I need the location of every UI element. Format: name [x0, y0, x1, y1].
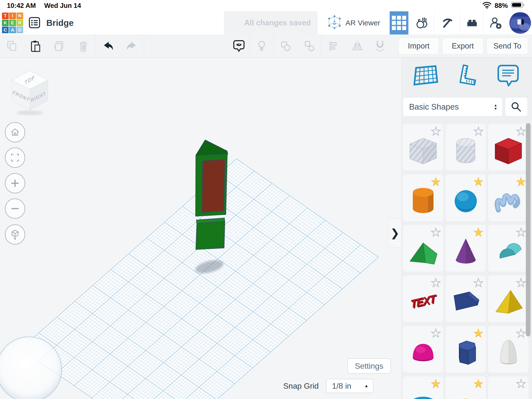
- snap-grid-value: 1/8 in: [332, 382, 351, 391]
- dropdown-arrows-icon: ▲▼: [494, 104, 497, 110]
- shape-thumb-paraboloid: [490, 333, 527, 370]
- snap-grid-dropdown[interactable]: 1/8 in ▲: [326, 379, 373, 393]
- shapes-grid-view-button[interactable]: [390, 11, 408, 34]
- shape-thumb-heart: [490, 383, 527, 399]
- hand-apple-icon: [415, 17, 428, 29]
- tinkercad-app: 10:42 AM Wed Jun 14 88% T I N K E R: [0, 0, 532, 399]
- user-avatar[interactable]: [508, 11, 532, 34]
- shape-thumb-scribble: [490, 181, 527, 218]
- shape-tile-hex-prism[interactable]: ★: [446, 326, 486, 373]
- search-icon: [511, 101, 522, 113]
- copy-button[interactable]: [0, 34, 25, 57]
- align-button[interactable]: [321, 34, 346, 57]
- shape-tile-half-sphere[interactable]: ★: [403, 326, 443, 373]
- export-button[interactable]: Export: [442, 38, 483, 54]
- design-menu-icon[interactable]: [28, 16, 41, 29]
- paste-button[interactable]: [25, 34, 46, 57]
- shape-tile-pyramid[interactable]: ★: [488, 275, 529, 322]
- shape-thumb-red-box: [490, 131, 527, 168]
- settings-button[interactable]: Settings: [347, 358, 391, 374]
- shape-thumb-torus: [405, 383, 442, 399]
- shape-thumb-pyramid: [490, 282, 527, 319]
- clock: 10:42 AM: [7, 2, 36, 10]
- ruler-icon: [454, 64, 479, 87]
- panel-collapse-handle[interactable]: ❯: [388, 218, 401, 248]
- lights-button[interactable]: [249, 34, 273, 57]
- category-value: Basic Shapes: [409, 102, 459, 112]
- battery-icon: [511, 1, 525, 10]
- add-person-icon: [489, 17, 502, 29]
- wifi-icon: [482, 1, 492, 10]
- show-all-button[interactable]: [229, 34, 249, 57]
- shape-thumb-purple-cone: [447, 232, 484, 269]
- blocks-mode-button[interactable]: [434, 11, 460, 34]
- shape-tile-orange-cylinder[interactable]: ★: [403, 174, 443, 221]
- shape-tile-round-roof[interactable]: ★: [488, 225, 529, 272]
- tinkercad-logo[interactable]: T I N K E R C A D: [2, 13, 23, 33]
- mirror-button[interactable]: [346, 34, 369, 57]
- grid-icon: [392, 16, 406, 30]
- fit-view-button[interactable]: [5, 148, 25, 168]
- shape-tile-scribble[interactable]: ★: [488, 174, 529, 221]
- shape-tile-transparent-box[interactable]: ★: [403, 124, 443, 171]
- shape-thumb-transparent-cylinder: [447, 131, 484, 168]
- ar-viewer-label: AR Viewer: [345, 19, 380, 27]
- ios-status-bar: 10:42 AM Wed Jun 14 88%: [0, 0, 532, 11]
- shape-tile-purple-cone[interactable]: ★: [446, 225, 486, 272]
- import-button[interactable]: Import: [399, 38, 439, 54]
- shape-search-button[interactable]: [505, 97, 528, 116]
- shape-library-grid: ★ ★ ★: [403, 124, 529, 399]
- zoom-in-button[interactable]: [5, 173, 25, 193]
- ar-viewer-button[interactable]: AR Viewer: [317, 11, 390, 34]
- group-button[interactable]: [274, 34, 297, 57]
- shape-tile-paraboloid[interactable]: ★: [488, 326, 529, 373]
- 3d-viewport[interactable]: TOP FRONT RIGHT: [0, 58, 401, 399]
- home-view-button[interactable]: [5, 122, 25, 142]
- collaborate-button[interactable]: [483, 11, 508, 34]
- shape-thumb-orange-cylinder: [405, 181, 442, 218]
- shape-thumb-hex-prism: [447, 333, 484, 370]
- shape-tile-torus[interactable]: ★: [403, 376, 443, 399]
- battery-percent: 88%: [495, 2, 508, 10]
- snap-grid-control: Snap Grid 1/8 in ▲: [283, 379, 373, 393]
- workplane-tool-button[interactable]: [412, 63, 439, 88]
- divider: [144, 34, 144, 57]
- ungroup-button[interactable]: [297, 34, 321, 57]
- shape-thumb-tube: [447, 383, 484, 399]
- design-object-bridge-tower[interactable]: [190, 137, 232, 275]
- delete-button[interactable]: [71, 34, 95, 57]
- sim-lab-button[interactable]: [408, 11, 434, 34]
- duplicate-button[interactable]: [46, 34, 71, 57]
- shape-thumb-round-roof: [490, 232, 527, 269]
- ar-cube-icon: [327, 15, 342, 32]
- shape-thumb-blue-sphere: [447, 181, 484, 218]
- snap-magnet-button[interactable]: [369, 34, 391, 57]
- shape-tile-tube[interactable]: ★: [446, 376, 486, 399]
- view-cube[interactable]: TOP FRONT RIGHT: [9, 68, 51, 117]
- caret-up-icon: ▲: [364, 383, 368, 388]
- redo-button[interactable]: [119, 34, 144, 57]
- date: Wed Jun 14: [44, 2, 81, 10]
- ruler-tool-button[interactable]: [453, 63, 480, 88]
- shape-tile-text[interactable]: ★ TEXT TEXT: [403, 275, 443, 322]
- bricks-mode-button[interactable]: [460, 11, 484, 34]
- app-header: T I N K E R C A D Bridge All changes sav…: [0, 11, 532, 34]
- notes-tool-button[interactable]: [495, 63, 522, 88]
- design-title[interactable]: Bridge: [46, 11, 74, 34]
- shape-tile-heart[interactable]: ★: [488, 376, 529, 399]
- undo-button[interactable]: [95, 34, 119, 57]
- shape-thumb-transparent-box: [405, 131, 442, 168]
- shape-tile-green-roof[interactable]: ★: [403, 225, 443, 272]
- shape-tile-polygon[interactable]: ★: [446, 275, 486, 322]
- shape-tile-transparent-cylinder[interactable]: ★: [446, 124, 486, 171]
- zoom-out-button[interactable]: [5, 199, 25, 219]
- shape-category-dropdown[interactable]: Basic Shapes ▲▼: [403, 97, 502, 116]
- shape-thumb-text: TEXT TEXT: [405, 282, 442, 319]
- perspective-toggle-button[interactable]: [5, 224, 25, 245]
- shape-tile-blue-sphere[interactable]: ★: [446, 174, 486, 221]
- send-to-button[interactable]: Send To: [487, 38, 528, 54]
- brick-icon: [466, 17, 478, 29]
- panel-scrollbar[interactable]: [526, 123, 531, 336]
- shape-tile-red-box[interactable]: ★: [488, 124, 529, 171]
- pickaxe-icon: [441, 17, 454, 29]
